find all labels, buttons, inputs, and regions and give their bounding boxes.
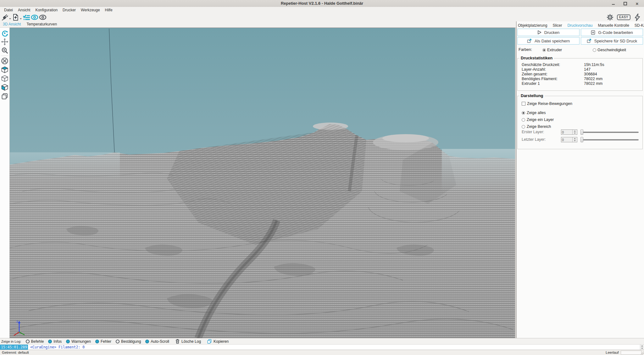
emergency-stop-icon[interactable] [633,14,641,21]
tab-sd-karte[interactable]: SD-Karte [635,23,644,28]
display-options-group: Darstellung Zeige Reise-Bewegungen Zeige… [517,96,643,149]
log-output[interactable]: 15:45:01.289 <CuraEngine> Filament2: 0 [0,345,644,350]
last-layer-input[interactable] [562,137,572,142]
first-layer-spin-up[interactable] [573,130,577,132]
log-scrollbar[interactable] [640,345,644,350]
first-layer-input[interactable] [562,130,572,134]
tab-3d-ansicht[interactable]: 3D Ansicht [0,21,24,27]
load-dropdown-caret[interactable] [20,18,22,19]
edit-gcode-button[interactable]: G-Code bearbeiten [581,29,643,36]
progress-field [621,351,641,355]
menu-hilfe[interactable]: Hilfe [103,7,115,13]
show-single-layer-option[interactable]: Zeige ein Layer [522,117,554,122]
stat-row-filament-needed: Benötigtes Filament: 78022 mm [522,77,639,81]
rotate-view-icon[interactable] [1,29,9,37]
first-layer-spinner[interactable] [561,129,577,135]
menu-werkzeuge[interactable]: Werkzeuge [78,7,102,13]
show-travel-checkbox[interactable] [522,102,525,106]
speed-radio[interactable] [593,48,596,52]
connect-dropdown-caret[interactable] [9,18,11,19]
status-bar: Getrennt: default Leerlauf [0,350,644,355]
load-file-icon[interactable] [12,14,20,21]
save-to-file-button[interactable]: Als Datei speichern [517,37,580,45]
tab-druckvorschau[interactable]: Druckvorschau [567,23,592,28]
tab-slicer[interactable]: Slicer [552,23,562,28]
log-entry-timestamp: 15:45:01.289 [0,345,28,350]
view-tab-strip: 3D Ansicht Temperaturkurven [0,21,516,28]
autoscroll-toggle-icon[interactable] [145,340,149,343]
toolbar-separator [1,56,8,56]
maximize-icon [624,2,627,5]
statistics-title: Druckstatistiken [519,56,554,60]
last-layer-spinner[interactable] [561,137,577,142]
show-single-layer-radio[interactable] [522,118,525,122]
menu-datei[interactable]: Datei [2,7,15,13]
move-view-icon[interactable] [1,38,9,46]
show-travel-icon[interactable] [39,14,47,21]
first-layer-slider-handle[interactable] [580,129,583,135]
show-range-radio[interactable] [522,125,525,128]
maximize-button[interactable] [623,1,628,6]
log-toggle-fehler[interactable]: Fehler [95,339,111,344]
save-for-sd-button[interactable]: Speichere für SD Druck [581,37,643,45]
scroll-down-arrow[interactable] [640,347,644,350]
export-sd-icon [587,39,591,43]
gcode-terrain-render: z [10,28,515,338]
copy-log-button[interactable]: Kopieren [207,339,229,344]
befehle-toggle-icon[interactable] [26,340,30,343]
show-travel-moves-option[interactable]: Zeige Reise-Bewegungen [522,101,572,106]
log-toggle-infos[interactable]: Infos [48,339,62,344]
resize-grip[interactable] [640,351,644,355]
first-layer-spin-down[interactable] [573,132,577,135]
fehler-toggle-icon[interactable] [95,340,99,343]
settings-gear-icon[interactable] [606,14,614,21]
isometric-view-icon[interactable] [1,66,9,74]
toggle-log-icon[interactable] [22,14,31,21]
log-toggle-befehle[interactable]: Befehle [26,339,44,344]
show-filament-icon[interactable] [31,14,39,21]
print-statistics-group: Druckstatistiken Geschätzte Druckzeit: 1… [517,58,643,91]
fit-view-icon[interactable] [1,57,9,65]
log-toolbar: Zeige in Log: Befehle Infos Warnungen Fe… [0,338,644,345]
infos-toggle-icon[interactable] [48,340,52,343]
bestaetigung-toggle-icon[interactable] [116,340,119,343]
color-by-extruder-option[interactable]: Extruder [542,48,562,52]
menu-konfiguration[interactable]: Konfiguration [33,7,60,13]
log-toggle-autoscroll[interactable]: Auto-Scroll [145,339,169,344]
warnungen-toggle-icon[interactable] [66,340,70,343]
extruder-radio[interactable] [542,48,546,52]
top-view-icon[interactable] [1,83,9,91]
clear-log-button[interactable]: Lösche Log [175,339,201,344]
close-button[interactable]: × [635,1,640,6]
tab-objektplatzierung[interactable]: Objektplatzierung [518,23,547,28]
export-file-icon [527,39,532,43]
first-layer-slider[interactable] [580,129,639,135]
main-toolbar: EASY [0,13,644,21]
print-button[interactable]: Drucken [517,29,580,36]
menu-drucker[interactable]: Drucker [60,7,78,13]
tab-temperaturkurven[interactable]: Temperaturkurven [24,21,60,27]
last-layer-spin-up[interactable] [573,137,577,140]
svg-text:z: z [16,320,18,323]
show-all-option[interactable]: Zeige alles [522,111,546,115]
color-by-speed-option[interactable]: Geschwindigkeit [593,48,626,52]
gcode-preview-viewport[interactable]: z [10,28,515,338]
stat-row-layer-count: Layer-Anzahl: 147 [522,67,639,72]
last-layer-slider-handle[interactable] [580,137,583,142]
show-range-option[interactable]: Zeige Bereich [522,124,551,129]
connect-printer-icon[interactable] [1,14,9,21]
log-toggle-warnungen[interactable]: Warnungen [66,339,91,344]
log-toggle-bestaetigung[interactable]: Bestätigung [116,339,141,344]
tab-manuelle-kontrolle[interactable]: Manuelle Kontrolle [598,23,629,28]
menu-ansicht[interactable]: Ansicht [15,7,33,13]
zoom-view-icon[interactable] [1,46,9,55]
minimize-button[interactable] [611,1,616,6]
play-icon [537,30,541,35]
last-layer-spin-down[interactable] [573,140,577,142]
last-layer-slider[interactable] [580,137,639,142]
scroll-up-arrow[interactable] [640,345,644,347]
parallel-projection-icon[interactable] [1,92,9,100]
easy-mode-button[interactable]: EASY [617,14,630,20]
show-all-radio[interactable] [522,111,525,115]
front-view-icon[interactable] [1,74,9,83]
